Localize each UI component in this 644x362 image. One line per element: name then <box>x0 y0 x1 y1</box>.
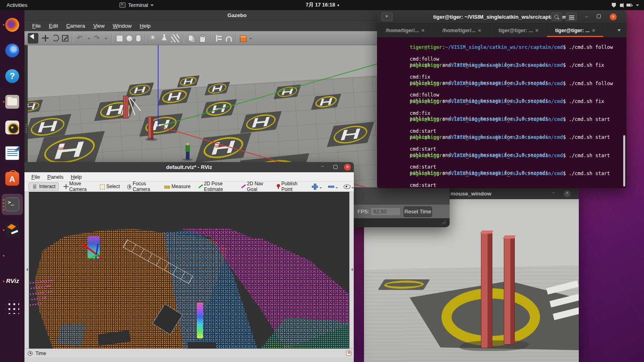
dock-item[interactable] <box>2 194 23 215</box>
visibility-button[interactable] <box>343 183 350 190</box>
dock-item[interactable] <box>2 143 23 164</box>
toolbar-icon[interactable] <box>145 33 146 43</box>
menu-item[interactable]: File <box>29 22 44 30</box>
toolbar-icon[interactable] <box>210 33 211 43</box>
toolbar-icon[interactable] <box>52 35 59 42</box>
dock-item[interactable] <box>2 219 23 241</box>
rviz-tool-button[interactable]: Measure <box>161 183 194 190</box>
toolbar-icon[interactable] <box>105 34 108 42</box>
toolbar-icon[interactable] <box>88 34 91 42</box>
app-menu[interactable]: Terminal <box>119 2 154 8</box>
dock-item[interactable] <box>2 296 23 318</box>
tool-label: 2D Nav Goal <box>247 181 268 192</box>
dock-item[interactable] <box>2 168 23 189</box>
fps-value-field[interactable]: 62.50 <box>371 207 401 216</box>
chevron-down-icon[interactable] <box>335 183 338 190</box>
menu-item[interactable]: Window <box>109 22 135 30</box>
dock-item[interactable] <box>2 91 23 112</box>
rviz-tool-button[interactable]: Move Camera <box>60 180 95 193</box>
dock-item[interactable] <box>2 66 23 87</box>
dock-item[interactable] <box>2 40 23 61</box>
scrollbar-thumb[interactable] <box>623 135 625 186</box>
minimize-button[interactable] <box>583 13 590 20</box>
terminal-titlebar[interactable]: tiger@tiger: ~/VISIM_single/catkin_ws/sr… <box>377 10 626 24</box>
minimize-button[interactable] <box>552 191 555 195</box>
toolbar-icon[interactable] <box>116 35 123 42</box>
terminal-line: tiger@tiger:~/VISIM_single/catkin_ws/src… <box>380 39 626 45</box>
menu-item[interactable]: Help <box>136 22 154 30</box>
terminal-tab[interactable]: /home/tiger/... <box>377 24 434 37</box>
toolbar-icon[interactable] <box>72 33 73 43</box>
menu-item[interactable]: View <box>90 22 108 30</box>
toolbar-icon[interactable] <box>215 34 223 42</box>
dock-item[interactable]: RViz <box>2 271 23 292</box>
minimize-button[interactable] <box>321 164 324 168</box>
toolbar-icon[interactable] <box>240 35 247 42</box>
chevron-down-icon[interactable] <box>351 183 354 190</box>
toolbar-icon[interactable] <box>160 34 168 42</box>
search-button[interactable] <box>551 13 562 21</box>
rviz-titlebar[interactable]: default.rviz* - RViz <box>24 162 354 172</box>
close-button[interactable] <box>610 13 617 20</box>
terminal-tab[interactable]: tiger@tiger: ... <box>490 24 547 37</box>
menu-item[interactable]: Help <box>67 173 86 180</box>
resize-grip[interactable] <box>441 220 446 224</box>
rviz-tool-button[interactable]: Publish Point <box>273 180 306 193</box>
views-panel-collapsed[interactable] <box>349 192 354 349</box>
toolbar-icon[interactable] <box>226 36 232 42</box>
clock[interactable]: 7月 17 16:18 <box>306 0 339 10</box>
toolbar-icon[interactable] <box>126 35 133 42</box>
toolbar-icon[interactable] <box>236 33 236 43</box>
rviz-tool-button[interactable]: 2D Pose Estimate <box>195 180 237 193</box>
time-panel-header[interactable]: Time <box>24 349 354 358</box>
close-button[interactable] <box>564 190 571 197</box>
system-status-area[interactable] <box>612 0 639 10</box>
tab-list-chevron[interactable] <box>618 29 621 31</box>
rviz-tool-button[interactable]: 2D Nav Goal <box>238 180 271 193</box>
toolbar-icon[interactable] <box>198 34 207 42</box>
maximize-button[interactable] <box>597 14 601 18</box>
toolbar-icon[interactable] <box>183 33 184 43</box>
close-icon[interactable] <box>592 27 595 33</box>
maximize-button[interactable] <box>333 165 337 169</box>
terminal-content[interactable]: tiger@tiger:~/VISIM_single/catkin_ws/src… <box>377 37 626 188</box>
rviz-tool-button[interactable]: Interact <box>29 182 59 191</box>
hamburger-menu-button[interactable] <box>566 13 577 21</box>
toolbar-icon[interactable] <box>94 34 102 42</box>
chevron-down-icon[interactable] <box>320 183 322 190</box>
ubuntu-dock: RViz <box>0 10 24 362</box>
rviz-tool-button[interactable]: Focus Camera <box>124 180 160 193</box>
toolbar-icon[interactable] <box>28 33 38 44</box>
close-icon[interactable] <box>478 27 481 33</box>
terminal-tab[interactable]: /home/tiger/... <box>434 24 490 37</box>
toolbar-icon[interactable] <box>136 35 141 42</box>
toolbar-icon[interactable] <box>62 35 68 42</box>
toolbar-icon[interactable] <box>249 34 253 42</box>
dock-item[interactable] <box>2 245 23 266</box>
dock-item[interactable] <box>2 14 23 35</box>
menu-item[interactable]: File <box>28 173 44 180</box>
toolbar-icon[interactable] <box>112 33 112 43</box>
toolbar-icon[interactable] <box>149 34 157 42</box>
menu-item[interactable]: Camera <box>62 22 88 30</box>
rviz-tool-button[interactable]: Select <box>97 183 123 190</box>
reset-time-button[interactable]: Reset Time <box>404 206 432 217</box>
toolbar-icon[interactable] <box>171 34 179 42</box>
new-tab-button[interactable] <box>382 13 393 21</box>
panel-close-button[interactable] <box>346 351 351 356</box>
close-button[interactable] <box>344 164 351 171</box>
rviz-3d-view[interactable] <box>29 192 349 349</box>
toolbar-icon[interactable] <box>77 34 85 42</box>
zoom-out-button[interactable] <box>327 183 334 190</box>
terminal-tab[interactable]: tiger@tiger: ... <box>547 24 604 37</box>
zoom-in-button[interactable] <box>311 183 318 190</box>
dock-item[interactable] <box>2 117 23 138</box>
close-icon[interactable] <box>421 27 425 33</box>
toolbar-icon[interactable] <box>41 34 49 42</box>
displays-panel-collapsed[interactable] <box>24 192 29 349</box>
menu-item[interactable]: Edit <box>45 22 62 30</box>
toolbar-icon[interactable] <box>187 34 196 42</box>
menu-item[interactable]: Panels <box>44 173 67 180</box>
close-icon[interactable] <box>535 27 538 33</box>
activities-button[interactable]: Activities <box>0 0 34 10</box>
